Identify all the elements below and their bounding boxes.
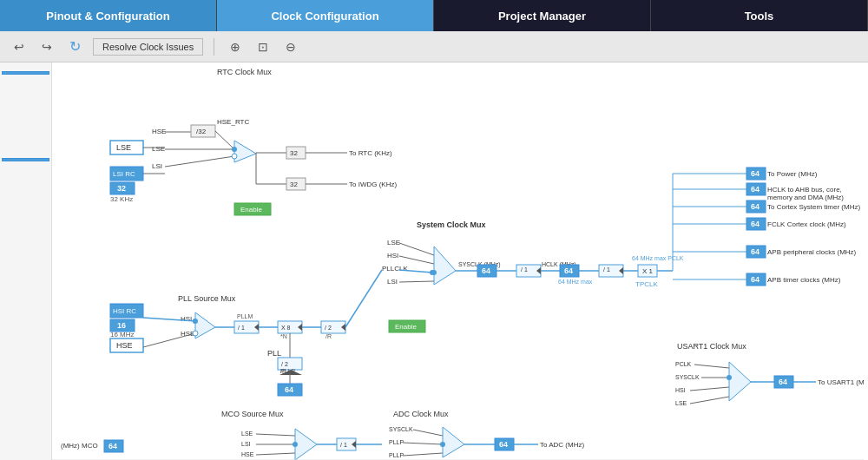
- lse-freq-range: [2, 77, 49, 79]
- svg-text:16: 16: [117, 321, 126, 330]
- svg-point-143: [293, 442, 298, 447]
- svg-text:PLLCLK: PLLCLK: [382, 265, 408, 273]
- tab-tools[interactable]: Tools: [651, 0, 868, 31]
- svg-text:32: 32: [117, 184, 126, 193]
- svg-point-11: [232, 147, 237, 152]
- svg-text:HSI RC: HSI RC: [113, 307, 136, 315]
- svg-text:64: 64: [751, 247, 760, 256]
- svg-text:PLLM: PLLM: [237, 313, 253, 319]
- svg-text:HSE_RTC: HSE_RTC: [217, 118, 249, 126]
- svg-text:X 8: X 8: [281, 325, 291, 331]
- svg-text:To Power (MHz): To Power (MHz): [767, 170, 818, 178]
- zoom-in-button[interactable]: ⊕: [225, 37, 246, 56]
- svg-text:LSE: LSE: [116, 143, 131, 152]
- svg-text:LSI: LSI: [152, 162, 162, 170]
- svg-text:/ 2: / 2: [325, 325, 332, 331]
- hse-freq-label: [2, 154, 49, 155]
- svg-text:LSE: LSE: [675, 400, 687, 406]
- svg-text:APB peripheral clocks (MHz): APB peripheral clocks (MHz): [767, 248, 857, 256]
- svg-text:PLL Source Mux: PLL Source Mux: [178, 294, 236, 303]
- svg-text:LSI: LSI: [241, 441, 251, 447]
- svg-text:(MHz) MCO: (MHz) MCO: [61, 442, 98, 450]
- svg-text:LSE: LSE: [152, 145, 165, 153]
- hse-freq-range: [2, 164, 49, 166]
- svg-text:TPCLK: TPCLK: [635, 280, 658, 288]
- svg-text:64: 64: [499, 440, 508, 449]
- svg-text:64: 64: [751, 202, 760, 211]
- redo-button[interactable]: ↪: [36, 37, 57, 56]
- svg-text:HSI: HSI: [181, 315, 192, 323]
- svg-text:Enable: Enable: [240, 206, 262, 214]
- svg-text:To IWDG (KHz): To IWDG (KHz): [349, 181, 397, 188]
- svg-text:HSI: HSI: [387, 252, 398, 260]
- svg-text:memory and DMA (MHz): memory and DMA (MHz): [767, 194, 844, 201]
- svg-text:/ 1: / 1: [521, 266, 528, 273]
- svg-text:64 MHz max: 64 MHz max: [558, 279, 593, 285]
- svg-text:FCLK Cortex clock (MHz): FCLK Cortex clock (MHz): [767, 220, 846, 228]
- svg-text:LSE: LSE: [387, 239, 400, 246]
- svg-text:HSI: HSI: [675, 387, 686, 393]
- svg-text:*N: *N: [280, 333, 287, 339]
- svg-point-175: [727, 375, 732, 380]
- svg-text:/32: /32: [196, 128, 207, 135]
- svg-text:SYSCLK: SYSCLK: [389, 426, 413, 432]
- svg-text:64: 64: [564, 266, 573, 275]
- svg-text:32: 32: [290, 181, 298, 188]
- lse-freq-value[interactable]: [2, 71, 49, 75]
- svg-text:/ 2: / 2: [281, 361, 288, 367]
- svg-text:To ADC (MHz): To ADC (MHz): [540, 441, 584, 449]
- svg-text:PLLP: PLLP: [389, 452, 404, 458]
- svg-text:64: 64: [108, 442, 117, 450]
- svg-text:LSI: LSI: [387, 278, 398, 286]
- diagram-svg: RTC Clock Mux HSE /32 LSE LSI HSE_RTC 32: [52, 62, 864, 460]
- svg-text:LSE: LSE: [241, 430, 253, 437]
- rtc-mux-label: RTC Clock Mux: [217, 68, 272, 76]
- svg-point-111: [193, 319, 198, 324]
- svg-point-47: [431, 270, 437, 275]
- svg-text:/ 1: / 1: [603, 266, 610, 273]
- svg-text:/ 1: / 1: [238, 325, 245, 331]
- svg-text:APB timer clocks (MHz): APB timer clocks (MHz): [767, 276, 841, 284]
- svg-text:To USART1 (MHz): To USART1 (MHz): [818, 378, 864, 386]
- tab-project[interactable]: Project Manager: [434, 0, 651, 31]
- toolbar-separator: [214, 38, 214, 56]
- svg-text:32 KHz: 32 KHz: [110, 195, 133, 203]
- svg-text:HSE: HSE: [152, 128, 166, 135]
- zoom-out-button[interactable]: ⊖: [280, 37, 301, 56]
- svg-text:System Clock Mux: System Clock Mux: [417, 220, 486, 229]
- svg-text:/ 1: / 1: [340, 442, 347, 448]
- svg-text:64: 64: [751, 169, 760, 178]
- svg-text:HCLK to AHB bus, core,: HCLK to AHB bus, core,: [767, 186, 842, 194]
- tab-clock[interactable]: Clock Configuration: [217, 0, 434, 31]
- resolve-clock-button[interactable]: Resolve Clock Issues: [93, 38, 203, 56]
- svg-text:PLLP: PLLP: [389, 439, 404, 445]
- svg-text:64: 64: [779, 378, 787, 386]
- svg-text:MCO Source Mux: MCO Source Mux: [221, 410, 284, 418]
- svg-text:/R: /R: [326, 333, 332, 339]
- svg-point-159: [440, 442, 445, 447]
- clock-diagram: RTC Clock Mux HSE /32 LSE LSI HSE_RTC 32: [52, 62, 868, 460]
- svg-text:PCLK: PCLK: [675, 361, 692, 367]
- lse-freq-label: [2, 67, 49, 69]
- svg-text:64: 64: [751, 220, 760, 228]
- svg-text:PLL: PLL: [267, 349, 281, 358]
- svg-text:LSI RC: LSI RC: [113, 170, 135, 178]
- header: Pinout & Configuration Clock Configurati…: [0, 0, 868, 31]
- refresh-button[interactable]: ↻: [64, 36, 86, 57]
- svg-text:X 1: X 1: [642, 267, 654, 275]
- svg-text:32: 32: [290, 149, 298, 157]
- tab-pinout[interactable]: Pinout & Configuration: [0, 0, 217, 31]
- fit-button[interactable]: ⊡: [253, 37, 273, 56]
- svg-text:64: 64: [751, 185, 760, 194]
- svg-point-12: [232, 154, 237, 159]
- svg-text:To RTC (KHz): To RTC (KHz): [349, 149, 392, 157]
- main-content: RTC Clock Mux HSE /32 LSE LSI HSE_RTC 32: [0, 62, 868, 460]
- svg-text:USART1 Clock Mux: USART1 Clock Mux: [677, 342, 746, 351]
- svg-text:Enable: Enable: [395, 323, 417, 331]
- hse-freq-value[interactable]: [2, 158, 49, 161]
- svg-text:16 MHz: 16 MHz: [110, 331, 135, 338]
- left-panel: [0, 62, 52, 460]
- undo-button[interactable]: ↩: [9, 37, 30, 56]
- svg-text:To Cortex System timer (MHz): To Cortex System timer (MHz): [767, 203, 860, 211]
- svg-text:ADC Clock Mux: ADC Clock Mux: [393, 410, 449, 418]
